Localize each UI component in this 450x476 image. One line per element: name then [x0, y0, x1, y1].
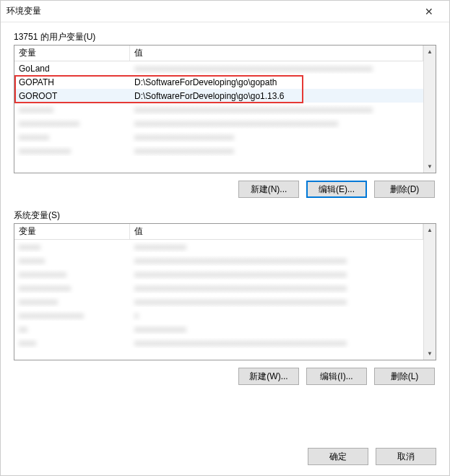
system-vars-group: 系统变量(S) 变量 值 xxxxxxxxxxxxxxxxx xxxxxxxxx…: [14, 209, 436, 389]
cell-variable: xxxxxxxx: [14, 105, 130, 115]
user-vars-label: 13751 的用户变量(U): [14, 31, 436, 43]
table-row[interactable]: xxxxxxx xxxxxxxxxxxxxxxxxxxxxxx: [14, 130, 423, 144]
col-variable[interactable]: 变量: [14, 224, 130, 239]
user-vars-buttons: 新建(N)... 编辑(E)... 删除(D): [14, 173, 436, 202]
table-row[interactable]: xxxxxxxxxxxxxxxxxxxxxxxxxxxxxxxxxxxxxxxx…: [14, 254, 423, 267]
cell-value: xxxxxxxxxxxxxxxxxxxxxxx: [130, 146, 423, 156]
scroll-up-icon[interactable]: ▲: [424, 46, 436, 58]
table-row[interactable]: xxxxxxxxxxxxxxxxx: [14, 240, 423, 254]
table-row[interactable]: GOPATH D:\SoftwareForDeveloping\go\gopat…: [14, 75, 423, 89]
scroll-down-icon[interactable]: ▼: [424, 160, 436, 173]
new-button[interactable]: 新建(N)...: [238, 181, 299, 198]
window-title: 环境变量: [7, 5, 415, 17]
titlebar: 环境变量 ✕: [1, 1, 449, 22]
env-vars-dialog: 环境变量 ✕ 13751 的用户变量(U) 变量 值 GoLand xxxxxx…: [0, 0, 450, 476]
close-icon[interactable]: ✕: [415, 1, 443, 22]
table-row[interactable]: xxxxxxxxxxxxxx: [14, 322, 423, 336]
system-vars-buttons: 新建(W)... 编辑(I)... 删除(L): [14, 360, 436, 389]
table-header: 变量 值: [14, 224, 423, 240]
table-row[interactable]: xxxxxxxxxxxxxx xxxxxxxxxxxxxxxxxxxxxxxxx…: [14, 116, 423, 130]
system-vars-table[interactable]: 变量 值 xxxxxxxxxxxxxxxxx xxxxxxxxxxxxxxxxx…: [14, 223, 436, 360]
scrollbar[interactable]: ▲ ▼: [423, 224, 436, 360]
cancel-button[interactable]: 取消: [376, 448, 436, 465]
col-variable[interactable]: 变量: [14, 46, 130, 61]
table-row[interactable]: xxxxxxxxxxxxxxxx: [14, 308, 423, 322]
delete-button[interactable]: 删除(D): [374, 181, 435, 198]
cell-variable: xxxxxxx: [14, 132, 130, 142]
edit-button[interactable]: 编辑(E)...: [306, 181, 367, 198]
scroll-down-icon[interactable]: ▼: [424, 347, 436, 360]
scroll-up-icon[interactable]: ▲: [424, 224, 436, 236]
cell-variable: GOROOT: [14, 91, 130, 101]
content-area: 13751 的用户变量(U) 变量 值 GoLand xxxxxxxxxxxxx…: [1, 22, 449, 441]
table-row[interactable]: GoLand xxxxxxxxxxxxxxxxxxxxxxxxxxxxxxxxx…: [14, 61, 423, 75]
col-value[interactable]: 值: [130, 46, 423, 61]
col-value[interactable]: 值: [130, 224, 423, 239]
new-button[interactable]: 新建(W)...: [238, 368, 299, 385]
table-row[interactable]: xxxxxxxxxxxx xxxxxxxxxxxxxxxxxxxxxxx: [14, 144, 423, 157]
delete-button[interactable]: 删除(L): [374, 368, 435, 385]
table-row[interactable]: xxxxxxxxxxxxxxxxxxxxxxxxxxxxxxxxxxxxxxxx…: [14, 295, 423, 308]
table-header: 变量 值: [14, 46, 423, 61]
cell-variable: xxxxxxxxxxxxxx: [14, 118, 130, 129]
user-vars-table[interactable]: 变量 值 GoLand xxxxxxxxxxxxxxxxxxxxxxxxxxxx…: [14, 45, 436, 173]
table-row[interactable]: xxxxxxxxxxxxxxxxxxxxxxxxxxxxxxxxxxxxxxxx…: [14, 281, 423, 295]
ok-button[interactable]: 确定: [308, 448, 368, 465]
table-row[interactable]: xxxxxxxxxxxxxxxxxxxxxxxxxxxxxxxxxxxxxxxx…: [14, 267, 423, 281]
cell-value: xxxxxxxxxxxxxxxxxxxxxxxxxxxxxxxxxxxxxxxx…: [130, 118, 423, 129]
cell-variable: GOPATH: [14, 77, 130, 87]
cell-value: D:\SoftwareForDeveloping\go\gopath: [130, 77, 423, 87]
cell-value: xxxxxxxxxxxxxxxxxxxxxxxxxxxxxxxxxxxxxxxx…: [130, 105, 423, 115]
cell-variable: GoLand: [14, 64, 130, 74]
cell-value: D:\SoftwareForDeveloping\go\go1.13.6: [130, 91, 423, 101]
system-vars-label: 系统变量(S): [14, 209, 436, 222]
cell-value: xxxxxxxxxxxxxxxxxxxxxxx: [130, 132, 423, 142]
table-row[interactable]: xxxxxxxxxxxxxxxxxxxxxxxxxxxxxxxxxxxxxxxx…: [14, 336, 423, 350]
user-vars-group: 13751 的用户变量(U) 变量 值 GoLand xxxxxxxxxxxxx…: [14, 31, 436, 202]
cell-value: xxxxxxxxxxxxxxxxxxxxxxxxxxxxxxxxxxxxxxxx…: [130, 64, 423, 74]
table-row[interactable]: GOROOT D:\SoftwareForDeveloping\go\go1.1…: [14, 89, 423, 103]
dialog-buttons: 确定 取消: [1, 441, 449, 475]
cell-variable: xxxxxxxxxxxx: [14, 146, 130, 156]
scrollbar[interactable]: ▲ ▼: [423, 46, 436, 173]
edit-button[interactable]: 编辑(I)...: [306, 368, 367, 385]
system-vars-body: xxxxxxxxxxxxxxxxx xxxxxxxxxxxxxxxxxxxxxx…: [14, 240, 423, 350]
table-row[interactable]: xxxxxxxx xxxxxxxxxxxxxxxxxxxxxxxxxxxxxxx…: [14, 103, 423, 116]
user-vars-body: GoLand xxxxxxxxxxxxxxxxxxxxxxxxxxxxxxxxx…: [14, 61, 423, 157]
